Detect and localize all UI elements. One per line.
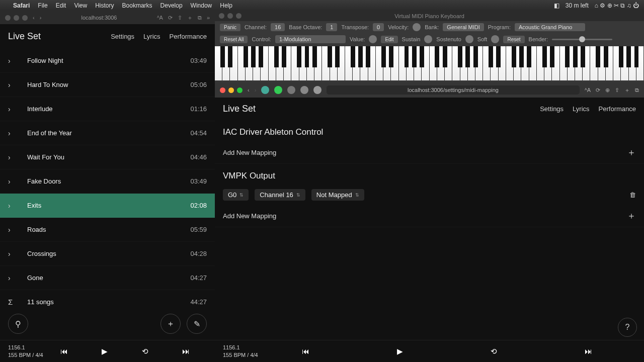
share-icon[interactable]: ⇧ (178, 15, 182, 21)
ext-icon-4[interactable] (300, 86, 308, 94)
song-row[interactable]: ›Hard To Know05:06 (0, 73, 215, 97)
sostenuto-label: Sostenuto (436, 36, 461, 42)
nav-lyrics[interactable]: Lyrics (143, 33, 160, 40)
menu-bookmarks[interactable]: Bookmarks (122, 2, 152, 9)
address-bar[interactable]: localhost:3006/settings/midi-mapping (327, 85, 579, 95)
nav-performance[interactable]: Performance (170, 33, 207, 40)
next-icon[interactable]: ⏭ (182, 347, 190, 355)
value-knob[interactable] (369, 35, 377, 43)
nav-settings[interactable]: Settings (111, 33, 134, 40)
prev-icon[interactable]: ⏮ (60, 347, 68, 355)
loop-icon[interactable]: ⟲ (142, 347, 148, 356)
forward-icon[interactable]: › (40, 15, 42, 21)
nav-performance[interactable]: Performance (599, 105, 636, 113)
nav-lyrics[interactable]: Lyrics (573, 105, 589, 113)
back-icon[interactable]: ‹ (248, 87, 250, 93)
reset-all-button[interactable]: Reset All (220, 36, 248, 43)
reader-icon[interactable]: ᴬA (157, 15, 163, 21)
reload-icon[interactable]: ⟳ (168, 15, 173, 21)
tabs-icon[interactable]: ⧉ (635, 87, 639, 94)
control-select[interactable]: 1-Modulation (275, 35, 346, 43)
trash-icon[interactable]: 🗑 (629, 191, 636, 199)
menu-develop[interactable]: Develop (160, 2, 183, 9)
sustain-knob[interactable] (424, 35, 432, 43)
song-row[interactable]: ›Roads05:59 (0, 218, 215, 242)
menu-history[interactable]: History (95, 2, 114, 9)
program-select[interactable]: Acoustic Grand Piano (515, 23, 585, 31)
song-duration: 01:16 (190, 105, 207, 113)
download-icon[interactable]: ⊕ (605, 87, 610, 94)
ext-icon-5[interactable] (313, 86, 321, 94)
song-name: End of the Year (18, 129, 190, 137)
section-iac: IAC Driver Ableton Control (215, 120, 644, 141)
share-icon[interactable]: ⇧ (615, 87, 619, 94)
menu-edit[interactable]: Edit (56, 2, 66, 9)
add-mapping-vmpk[interactable]: Add New Mapping ＋ (215, 205, 644, 227)
song-row[interactable]: ›End of the Year04:54 (0, 121, 215, 145)
lock-button[interactable]: ⚲ (8, 314, 28, 334)
menu-file[interactable]: File (38, 2, 47, 9)
sostenuto-knob[interactable] (465, 35, 473, 43)
song-row[interactable]: ›Follow Night03:49 (0, 49, 215, 73)
nav-settings[interactable]: Settings (540, 105, 564, 113)
add-button[interactable]: ＋ (160, 314, 181, 334)
edit-button-vmpk[interactable]: Edit (381, 36, 397, 43)
traffic-lights[interactable] (220, 87, 243, 93)
soft-knob[interactable] (491, 35, 499, 43)
base-octave-select[interactable]: 1 (326, 23, 337, 31)
velocity-label: Velocity: (388, 24, 409, 30)
menu-view[interactable]: View (74, 2, 87, 9)
vmpk-titlebar[interactable]: Virtual MIDI Piano Keyboard (215, 11, 644, 21)
channel-select[interactable]: 16 (271, 23, 285, 31)
back-icon[interactable]: ‹ (33, 15, 35, 21)
bender-slider[interactable] (552, 39, 612, 40)
traffic-lights[interactable] (5, 15, 28, 21)
ext-icon-2[interactable] (274, 86, 282, 94)
song-row[interactable]: ›Interlude01:16 (0, 97, 215, 121)
transpose-select[interactable]: 0 (373, 23, 384, 31)
ext-icon-1[interactable] (261, 86, 269, 94)
song-row[interactable]: ›Gone04:27 (0, 266, 215, 290)
status-icons[interactable]: ⌂ ⚙ ⊕ ✂ ⧉ ♫ ⏻ (595, 2, 639, 9)
battery-icon[interactable]: ◧ (554, 2, 559, 9)
address-bar[interactable]: localhost:3006 (46, 15, 151, 21)
prev-icon[interactable]: ⏮ (302, 347, 309, 355)
new-tab-icon[interactable]: ＋ (624, 86, 630, 94)
live-set-app-right: Live Set Settings Lyrics Performance IAC… (215, 98, 644, 362)
new-tab-icon[interactable]: ＋ (187, 14, 193, 22)
loop-icon[interactable]: ⟲ (491, 347, 497, 356)
bank-select[interactable]: General MIDI (443, 23, 484, 31)
reader-icon[interactable]: ᴬA (585, 87, 591, 94)
overflow-icon[interactable]: » (207, 15, 210, 21)
action-select[interactable]: Not Mapped⇅ (311, 189, 364, 201)
velocity-knob[interactable] (413, 23, 421, 31)
song-row[interactable]: ›Crossings04:28 (0, 242, 215, 266)
edit-button[interactable]: ✎ (187, 314, 207, 334)
transport-position: 1156.1 (223, 344, 258, 351)
next-icon[interactable]: ⏭ (585, 347, 592, 355)
song-row[interactable]: ›Fake Doors03:49 (0, 169, 215, 194)
base-octave-label: Base Octave: (289, 24, 322, 30)
note-select[interactable]: G0⇅ (223, 189, 249, 201)
chevron-right-icon: › (8, 177, 18, 186)
help-button[interactable]: ? (618, 318, 637, 337)
song-name: Fake Doors (18, 177, 190, 185)
song-row[interactable]: ›Wait For You04:46 (0, 145, 215, 169)
menu-help[interactable]: Help (220, 2, 232, 9)
reload-icon[interactable]: ⟳ (596, 87, 600, 94)
channel-select[interactable]: Channel 16⇅ (255, 189, 305, 201)
forward-icon[interactable]: › (255, 87, 257, 93)
tabs-icon[interactable]: ⧉ (198, 15, 202, 21)
app-name[interactable]: Safari (13, 2, 30, 9)
channel-label: Channel: (245, 24, 267, 30)
play-icon[interactable]: ▶ (102, 347, 108, 356)
reset-button[interactable]: Reset (503, 36, 524, 43)
add-mapping-iac[interactable]: Add New Mapping ＋ (215, 141, 644, 164)
add-mapping-label: Add New Mapping (223, 149, 276, 156)
panic-button[interactable]: Panic (220, 24, 240, 31)
piano-keyboard[interactable] (215, 46, 644, 80)
song-row[interactable]: ›Exits02:08 (0, 194, 215, 218)
menu-window[interactable]: Window (191, 2, 212, 9)
play-icon[interactable]: ▶ (397, 347, 403, 356)
ext-icon-3[interactable] (287, 86, 295, 94)
